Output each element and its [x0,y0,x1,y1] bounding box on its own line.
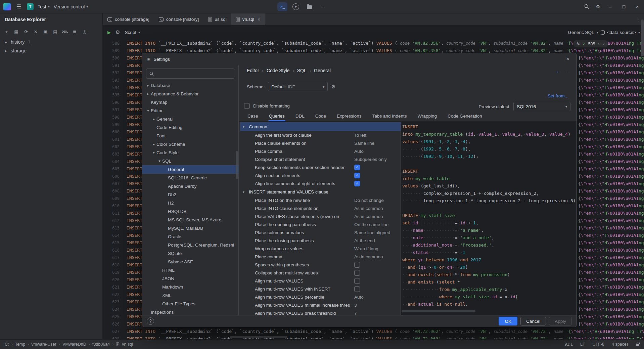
tab-console [history][interactable]: console [history] [154,13,204,25]
breadcrumb-item[interactable]: Editor [247,68,259,73]
setting-value-dropdown[interactable]: Wrap if long [354,246,378,251]
ide-settings-button[interactable]: ⚙ [592,0,604,13]
settings-tree-item-ms-sql-server-ms-azure[interactable]: MS SQL Server, MS Azure [142,216,238,224]
settings-tree-item-other-file-types[interactable]: Other File Types [142,300,238,308]
execution-settings-icon[interactable]: ⚙ [116,29,120,35]
path-item[interactable]: VMwareDnD [62,342,86,347]
settings-tree-item-sql[interactable]: ▾SQL [142,157,238,165]
settings-tree-item-sql-2016-generic[interactable]: SQL:2016, Generic [142,174,238,182]
checkbox[interactable] [354,286,360,292]
settings-tree-item-postgresql-greenplum-redshi[interactable]: PostgreSQL, Greenplum, Redshi [142,241,238,249]
vcs-selector[interactable]: Version control ▾ [54,4,88,9]
tree-scrollbar[interactable] [236,151,238,179]
settings-tree-item-json[interactable]: JSON [142,274,238,283]
chevron-down-icon[interactable]: ∨ [602,42,605,46]
settings-tree-item-apache-derby[interactable]: Apache Derby [142,182,238,190]
setting-value-dropdown[interactable]: Subqueries only [354,157,387,162]
settings-tree-item-markdown[interactable]: Markdown [142,283,238,291]
tree-item-history[interactable]: ▸history1 [0,38,102,46]
datasource-icon[interactable]: ▦ [12,27,21,36]
tab-vn.sql[interactable]: vn.sql× [231,13,265,25]
settings-tree-item-code-editing[interactable]: Code Editing [142,123,238,132]
scheme-dropdown[interactable]: Default IDE ▾ [268,82,328,91]
breadcrumb-item[interactable]: SQL [297,68,307,73]
setting-value-dropdown[interactable]: To left [354,133,366,138]
status-item[interactable]: LF [580,342,585,347]
close-tab-icon[interactable]: × [258,17,260,22]
setting-value-dropdown[interactable]: As in common [354,214,383,219]
editor-vertical-scrollbar[interactable] [641,19,644,56]
checkbox[interactable] [354,278,360,284]
setting-value-dropdown[interactable]: Same line [354,141,374,146]
tab-us.sql[interactable]: us.sql [203,13,231,25]
checkbox[interactable]: ✓ [354,173,360,178]
tab-expressions[interactable]: Expressions [336,112,362,121]
settings-tree-item-hsqldb[interactable]: HSQLDB [142,207,238,216]
disable-formatting-checkbox[interactable] [244,103,250,109]
checkbox[interactable]: ✓ [354,165,360,170]
checkbox[interactable]: ✓ [354,181,360,186]
checkbox[interactable] [354,262,360,268]
settings-tree-item-font[interactable]: Font [142,132,238,140]
ok-button[interactable]: OK [499,317,517,325]
path-item[interactable]: f3db06a4 [92,342,110,347]
setting-value-dropdown[interactable]: As in common [354,206,383,211]
layout-icon[interactable]: ▤ [51,27,60,36]
settings-tree-item-color-scheme[interactable]: ▸Color Scheme [142,140,238,148]
status-item[interactable]: UTF-8 [593,342,604,347]
project-selector[interactable]: Test ▾ [38,4,50,9]
datasource-selector[interactable]: <data source> [607,30,636,35]
settings-tree-item-editor[interactable]: ▾Editor [142,106,238,115]
setting-value-dropdown[interactable]: 3 [354,303,357,308]
path-item[interactable]: vmware-User [31,342,56,347]
path-item[interactable]: C: [5,342,9,347]
dialect-selector[interactable]: Generic SQL [568,30,594,35]
preview-dialect-dropdown[interactable]: SQL2016 ▾ [513,102,570,111]
close-dialog-icon[interactable]: × [564,56,572,62]
tab-queries[interactable]: Queries [268,112,285,121]
ddl-icon[interactable]: DDL [60,27,70,36]
tab-wrapping[interactable]: Wrapping [417,112,438,121]
settings-tree-item-database[interactable]: ▸Database [142,81,238,90]
dialog-title-bar[interactable]: ▣ Settings × [142,53,577,65]
settings-tree-item-db2[interactable]: Db2 [142,190,238,199]
path-item[interactable]: Temp [15,342,26,347]
lock-icon[interactable] [636,344,639,346]
session-selector[interactable]: Script ▾ [125,30,140,35]
cancel-button[interactable]: Cancel [520,317,546,325]
setting-value-dropdown[interactable]: Same line aligned [354,230,390,235]
settings-tree-item-appearance-behavior[interactable]: ▸Appearance & Behavior [142,90,238,98]
path-item[interactable]: vn.sql [122,342,133,347]
breadcrumb-item[interactable]: General [314,68,331,73]
settings-tree-item-general[interactable]: ▸General [142,115,238,123]
attach-console-icon[interactable]: ≣ [70,27,79,36]
setting-value-dropdown[interactable]: At the end [354,238,375,243]
settings-tree-item-keymap[interactable]: Keymap [142,98,238,106]
editor-horizontal-scrollbar[interactable] [230,336,287,338]
scheme-actions-icon[interactable]: ⚙ [331,84,335,90]
status-item[interactable]: 91:1 [565,342,573,347]
cancel-icon[interactable]: ✕ [31,27,40,36]
apply-button[interactable]: Apply [549,317,572,325]
section-header[interactable]: ▾INSERT statement and VALUES clause [240,187,401,196]
breadcrumb-item[interactable]: Code Style [267,68,289,73]
tab-tabs-and-indents[interactable]: Tabs and Indents [372,112,408,121]
help-button[interactable]: ? [147,317,154,325]
run-script-button[interactable]: ▶ [107,30,111,35]
inspections-widget[interactable]: ✎ ✓ 505 ∧ ∨ [573,40,608,47]
setting-value-dropdown[interactable]: 7 [354,311,357,315]
preview-icon[interactable]: ◎ [80,27,89,36]
tab-options-icon[interactable]: ⋮ [637,17,641,22]
settings-search-input[interactable] [156,71,231,76]
tab-code[interactable]: Code [315,112,327,121]
open-folder-button[interactable] [304,2,314,11]
setting-value-dropdown[interactable]: On the same line [354,222,388,227]
more-actions-button[interactable]: ⋯ [318,2,328,11]
tab-console [storage][interactable]: console [storage] [103,13,154,25]
table-view-icon[interactable]: ▣ [41,27,50,36]
setting-value-dropdown[interactable]: Auto [354,295,364,300]
maximize-button[interactable]: □ [617,0,631,13]
status-item[interactable]: 4 spaces [612,342,629,347]
minimize-button[interactable]: – [604,0,617,13]
section-header[interactable]: ▾Common [240,122,401,131]
